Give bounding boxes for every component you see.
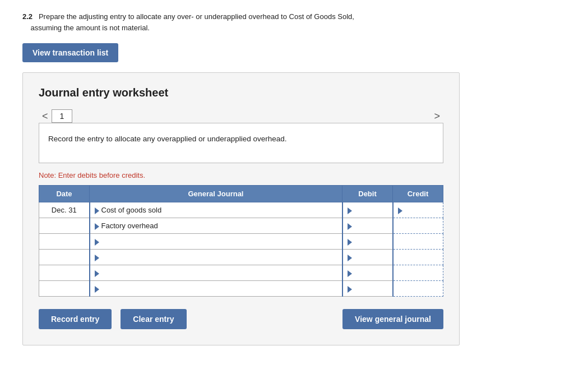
row1-journal[interactable]: Cost of goods sold bbox=[90, 202, 342, 218]
row4-credit[interactable] bbox=[393, 250, 443, 265]
instruction-text: Record the entry to allocate any overapp… bbox=[48, 135, 287, 143]
row4-debit-triangle-icon bbox=[348, 255, 352, 261]
view-transactions-button[interactable]: View transaction list bbox=[22, 43, 118, 62]
record-entry-button[interactable]: Record entry bbox=[39, 309, 112, 329]
row4-debit[interactable] bbox=[342, 250, 393, 265]
instruction-box: Record the entry to allocate any overapp… bbox=[39, 123, 443, 163]
row2-debit-triangle-icon bbox=[348, 223, 352, 230]
row6-triangle-icon bbox=[95, 286, 99, 293]
page-number: 1 bbox=[52, 109, 73, 123]
row2-debit[interactable] bbox=[342, 218, 393, 234]
table-row bbox=[39, 281, 443, 297]
table-row: Factory overhead bbox=[39, 218, 443, 234]
row6-journal[interactable] bbox=[90, 281, 342, 297]
row3-date bbox=[39, 234, 90, 250]
row1-debit-triangle-icon bbox=[348, 207, 352, 214]
row3-debit-triangle-icon bbox=[348, 239, 352, 246]
col-header-date: Date bbox=[39, 186, 90, 202]
col-header-credit: Credit bbox=[393, 186, 443, 202]
row5-credit[interactable] bbox=[393, 265, 443, 281]
nav-right-button[interactable]: > bbox=[430, 110, 443, 122]
row2-date bbox=[39, 218, 90, 234]
row6-debit[interactable] bbox=[342, 281, 393, 297]
row4-journal[interactable] bbox=[90, 250, 342, 265]
col-header-debit: Debit bbox=[342, 186, 393, 202]
question-text: 2.2 Prepare the adjusting entry to alloc… bbox=[22, 11, 552, 33]
row1-date: Dec. 31 bbox=[39, 202, 90, 218]
row5-debit[interactable] bbox=[342, 265, 393, 281]
table-row bbox=[39, 250, 443, 265]
row5-triangle-icon bbox=[95, 270, 99, 277]
table-row bbox=[39, 265, 443, 281]
row2-credit[interactable] bbox=[393, 218, 443, 234]
question-line2: assuming the amount is not material. bbox=[30, 24, 149, 32]
row2-triangle-icon bbox=[95, 223, 99, 230]
question-line1: Prepare the adjusting entry to allocate … bbox=[39, 12, 354, 21]
row4-triangle-icon bbox=[95, 255, 99, 261]
nav-left-button[interactable]: < bbox=[39, 110, 52, 122]
row5-journal[interactable] bbox=[90, 265, 342, 281]
row6-debit-triangle-icon bbox=[348, 286, 352, 293]
worksheet-container: Journal entry worksheet < 1 > Record the… bbox=[22, 72, 460, 345]
note-text: Note: Enter debits before credits. bbox=[39, 171, 443, 179]
row3-triangle-icon bbox=[95, 239, 99, 246]
row3-credit[interactable] bbox=[393, 234, 443, 250]
col-header-journal: General Journal bbox=[90, 186, 342, 202]
row5-debit-triangle-icon bbox=[348, 270, 352, 277]
row3-debit[interactable] bbox=[342, 234, 393, 250]
question-number: 2.2 bbox=[22, 12, 33, 21]
row1-credit-triangle-icon bbox=[398, 207, 402, 214]
row1-triangle-icon bbox=[95, 207, 99, 214]
view-general-journal-button[interactable]: View general journal bbox=[342, 309, 443, 329]
clear-entry-button[interactable]: Clear entry bbox=[121, 309, 186, 329]
row2-journal[interactable]: Factory overhead bbox=[90, 218, 342, 234]
row6-credit[interactable] bbox=[393, 281, 443, 297]
worksheet-title: Journal entry worksheet bbox=[39, 86, 443, 99]
row5-date bbox=[39, 265, 90, 281]
row1-credit[interactable] bbox=[393, 202, 443, 218]
nav-row: < 1 > bbox=[39, 109, 443, 123]
action-buttons: Record entry Clear entry View general jo… bbox=[39, 309, 443, 329]
row3-journal[interactable] bbox=[90, 234, 342, 250]
row1-debit[interactable] bbox=[342, 202, 393, 218]
table-row: Dec. 31 Cost of goods sold bbox=[39, 202, 443, 218]
row4-date bbox=[39, 250, 90, 265]
row6-date bbox=[39, 281, 90, 297]
table-row bbox=[39, 234, 443, 250]
journal-table: Date General Journal Debit Credit Dec. 3… bbox=[39, 185, 443, 297]
